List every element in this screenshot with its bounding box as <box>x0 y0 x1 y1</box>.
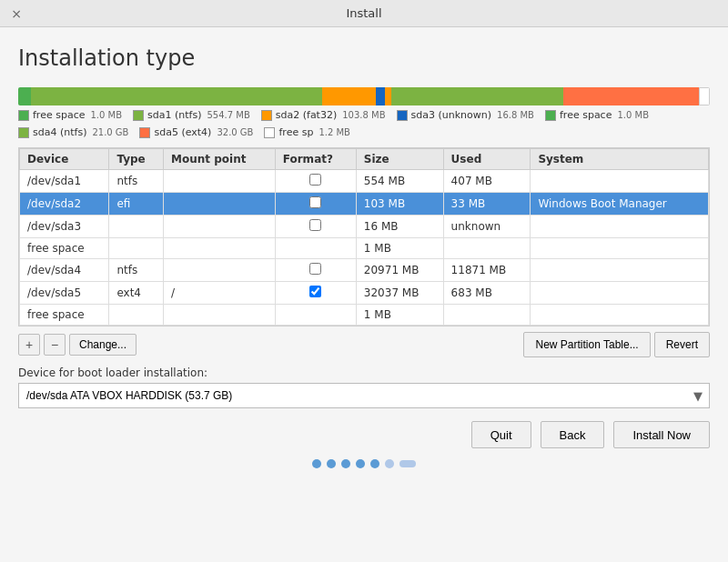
boot-loader-section: Device for boot loader installation: /de… <box>18 366 710 408</box>
size-cell: 32037 MB <box>356 282 443 305</box>
legend-label: free sp <box>278 126 313 138</box>
system-cell <box>531 238 709 259</box>
device-cell: free space <box>20 305 109 326</box>
legend-item: sda1 (ntfs)554.7 MB <box>133 109 250 121</box>
legend-item: sda3 (unknown)16.8 MB <box>397 109 534 121</box>
progress-dot <box>341 459 350 468</box>
table-header: System <box>531 149 709 170</box>
format-cell <box>275 216 356 238</box>
quit-button[interactable]: Quit <box>471 421 531 448</box>
used-cell: 683 MB <box>443 282 531 305</box>
boot-loader-select[interactable]: /dev/sda ATA VBOX HARDDISK (53.7 GB) <box>18 383 710 408</box>
device-cell: /dev/sda2 <box>20 193 109 216</box>
remove-partition-button[interactable]: − <box>44 334 66 356</box>
progress-dot <box>356 459 365 468</box>
table-row[interactable]: /dev/sda4ntfs20971 MB11871 MB <box>20 259 709 282</box>
legend-label: sda2 (fat32) <box>276 109 337 121</box>
format-checkbox[interactable] <box>309 196 321 208</box>
legend-item: sda4 (ntfs)21.0 GB <box>18 126 128 138</box>
device-cell: /dev/sda4 <box>20 259 109 282</box>
device-cell: /dev/sda5 <box>20 282 109 305</box>
legend-label: free space <box>560 109 612 121</box>
table-header: Size <box>356 149 443 170</box>
table-row[interactable]: /dev/sda1ntfs554 MB407 MB <box>20 170 709 193</box>
format-cell <box>275 282 356 305</box>
mount-cell <box>164 305 276 326</box>
legend-sublabel: 1.0 MB <box>617 110 649 120</box>
progress-dot <box>385 459 394 468</box>
system-cell <box>531 216 709 238</box>
change-button[interactable]: Change... <box>69 334 136 356</box>
table-row[interactable]: /dev/sda316 MBunknown <box>20 216 709 238</box>
legend-sublabel: 1.0 MB <box>90 110 122 120</box>
mount-cell: / <box>164 282 276 305</box>
new-partition-table-button[interactable]: New Partition Table... <box>523 332 650 357</box>
format-checkbox[interactable] <box>309 286 321 297</box>
mount-cell <box>164 170 276 193</box>
legend-label: sda5 (ext4) <box>154 126 211 138</box>
format-cell <box>275 238 356 259</box>
legend-sublabel: 103.8 MB <box>342 110 385 120</box>
mount-cell <box>164 216 276 238</box>
type-cell <box>109 305 164 326</box>
table-header: Format? <box>275 149 356 170</box>
table-row[interactable]: /dev/sda2efi103 MB33 MBWindows Boot Mana… <box>20 193 709 216</box>
legend-sublabel: 32.0 GB <box>217 127 253 137</box>
device-cell: free space <box>20 238 109 259</box>
legend-sublabel: 554.7 MB <box>207 110 249 120</box>
close-button[interactable]: × <box>9 6 24 21</box>
mount-cell <box>164 259 276 282</box>
size-cell: 103 MB <box>356 193 443 216</box>
legend-sublabel: 1.2 MB <box>318 127 350 137</box>
system-cell <box>531 170 709 193</box>
progress-dot <box>370 459 379 468</box>
system-cell: Windows Boot Manager <box>531 193 709 216</box>
legend-label: sda3 (unknown) <box>411 109 492 121</box>
progress-dot <box>399 460 416 467</box>
format-checkbox[interactable] <box>309 219 321 231</box>
system-cell <box>531 282 709 305</box>
table-row[interactable]: /dev/sda5ext4/32037 MB683 MB <box>20 282 709 305</box>
format-cell <box>275 259 356 282</box>
type-cell: efi <box>109 193 164 216</box>
mount-cell <box>164 193 276 216</box>
table-row[interactable]: free space1 MB <box>20 305 709 326</box>
partition-table: DeviceTypeMount pointFormat?SizeUsedSyst… <box>19 148 709 326</box>
content-area: Installation type free space1.0 MBsda1 (… <box>0 27 728 562</box>
type-cell: ntfs <box>109 259 164 282</box>
back-button[interactable]: Back <box>541 421 605 448</box>
system-cell <box>531 259 709 282</box>
install-now-button[interactable]: Install Now <box>613 421 710 448</box>
used-cell: 11871 MB <box>443 259 531 282</box>
table-header: Type <box>109 149 164 170</box>
table-header: Used <box>443 149 531 170</box>
page-title: Installation type <box>18 45 710 71</box>
legend-sublabel: 21.0 GB <box>92 127 128 137</box>
type-cell <box>109 238 164 259</box>
size-cell: 1 MB <box>356 305 443 326</box>
used-cell: unknown <box>443 216 531 238</box>
table-row[interactable]: free space1 MB <box>20 238 709 259</box>
legend-item: sda5 (ext4)32.0 GB <box>139 126 253 138</box>
used-cell <box>443 305 531 326</box>
add-partition-button[interactable]: + <box>18 334 40 356</box>
progress-dot <box>312 459 321 468</box>
progress-dots <box>18 448 710 474</box>
device-cell: /dev/sda3 <box>20 216 109 238</box>
boot-loader-label: Device for boot loader installation: <box>18 366 710 379</box>
format-checkbox[interactable] <box>309 263 321 275</box>
window-title: Install <box>346 6 381 20</box>
title-bar: × Install <box>0 0 728 27</box>
legend-item: free space1.0 MB <box>18 109 122 121</box>
boot-loader-select-container: /dev/sda ATA VBOX HARDDISK (53.7 GB) ▼ <box>18 383 710 408</box>
used-cell: 33 MB <box>443 193 531 216</box>
format-checkbox[interactable] <box>309 174 321 186</box>
disk-legend: free space1.0 MBsda1 (ntfs)554.7 MBsda2 … <box>18 109 710 138</box>
legend-sublabel: 16.8 MB <box>497 110 534 120</box>
legend-label: free space <box>33 109 85 121</box>
revert-button[interactable]: Revert <box>654 332 710 357</box>
used-cell <box>443 238 531 259</box>
system-cell <box>531 305 709 326</box>
progress-dot <box>327 459 336 468</box>
size-cell: 16 MB <box>356 216 443 238</box>
